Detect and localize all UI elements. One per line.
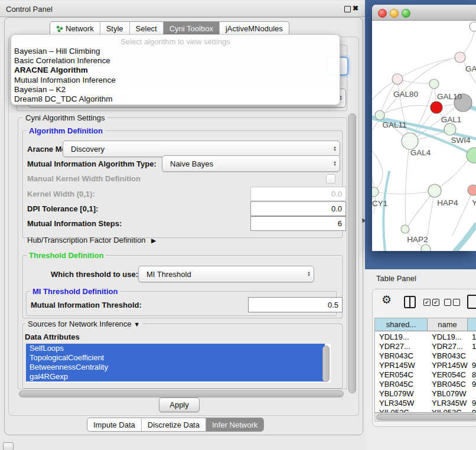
algorithm-option[interactable]: Bayesian – K2	[11, 85, 340, 94]
algorithm-option[interactable]: Mutual Information Inference	[11, 76, 340, 85]
minimized-panel-icon[interactable]	[3, 442, 14, 450]
network-node[interactable]	[455, 52, 465, 63]
table-row[interactable]: YBR043CYBR043C	[375, 351, 476, 361]
network-edge[interactable]	[452, 190, 473, 236]
algorithm-option[interactable]: Basic Correlation Inference	[11, 56, 340, 66]
zoom-traffic-light[interactable]	[402, 9, 410, 18]
apply-button[interactable]: Apply	[159, 397, 200, 412]
attribute-list-item[interactable]: BetweennessCentrality	[26, 363, 325, 372]
attribute-list-item[interactable]: SelfLoops	[26, 344, 325, 353]
table-cell[interactable]: YBL079W	[375, 389, 428, 399]
table-cell[interactable]: YDR27...	[428, 342, 468, 351]
column-header-name[interactable]: name	[428, 318, 468, 331]
network-node[interactable]	[375, 110, 384, 120]
table-row[interactable]: YPR145WYPR145W9.	[375, 361, 476, 370]
tab-impute-data[interactable]: Impute Data	[87, 418, 141, 431]
table-cell[interactable]	[468, 351, 476, 361]
algorithm-option[interactable]: ARACNE Algorithm	[11, 66, 340, 75]
table-cell[interactable]: YLR345W	[375, 399, 428, 408]
table-cell[interactable]: 12	[468, 342, 476, 351]
control-panel-titlebar[interactable]: Control Panel ✖	[0, 1, 366, 17]
table-row[interactable]: YBL079WYBL079W	[375, 389, 476, 399]
table-cell[interactable]: YER054C	[375, 370, 428, 380]
table-hscroll-track[interactable]	[374, 413, 476, 422]
table-row[interactable]: YDL19...YDL19...13	[375, 332, 476, 342]
manual-kernel-checkbox[interactable]	[326, 174, 335, 184]
hub-definition-toggle[interactable]: Hub/Transcription Factor Definition ▶	[27, 236, 156, 244]
table-cell[interactable]: YDL19...	[428, 332, 468, 342]
network-node[interactable]	[428, 184, 441, 197]
table-cell[interactable]: YBR043C	[375, 351, 428, 361]
gear-icon[interactable]: ⚙	[382, 293, 392, 306]
network-node[interactable]	[431, 102, 442, 113]
mi-type-combo[interactable]: Naive Bayes ▲▼	[162, 155, 340, 172]
sources-toggle[interactable]: Sources for Network Inference ▼	[25, 319, 142, 328]
table-row[interactable]: YER054CYER054C8.	[375, 370, 476, 380]
which-threshold-combo[interactable]: MI Threshold ▲▼	[138, 266, 314, 282]
table-cell[interactable]: YDL19...	[375, 332, 428, 342]
network-edge-thick[interactable]	[383, 172, 389, 251]
table-cell[interactable]: 9	[468, 408, 476, 413]
network-node[interactable]	[402, 133, 418, 149]
close-traffic-light[interactable]	[378, 9, 387, 18]
network-node[interactable]	[444, 123, 456, 135]
tab-style[interactable]: Style	[100, 22, 129, 35]
tab-infer-network[interactable]: Infer Network	[206, 418, 263, 431]
network-window-titlebar[interactable]	[372, 5, 476, 21]
network-edge[interactable]	[380, 105, 431, 115]
mi-steps-input[interactable]: 6	[250, 216, 346, 231]
table-row[interactable]: YBR045CYBR045C9.	[375, 380, 476, 389]
table-cell[interactable]: 9.	[468, 380, 476, 389]
document-icon[interactable]	[467, 295, 476, 309]
network-node[interactable]	[468, 185, 476, 195]
aracne-mode-combo[interactable]: Discovery ▲▼	[63, 141, 340, 157]
settings-vertical-scrollbar[interactable]	[348, 113, 356, 393]
table-cell[interactable]: 9.	[468, 361, 476, 370]
network-edge[interactable]	[397, 57, 460, 79]
column-header-shared[interactable]: shared...	[375, 318, 428, 331]
column-header-next[interactable]: A	[468, 318, 476, 331]
attribute-list-item[interactable]: gal4RGexp	[26, 372, 325, 381]
table-cell[interactable]: YDR27...	[375, 342, 428, 351]
data-attributes-listbox[interactable]: SelfLoopsTopologicalCoefficientBetweenne…	[26, 344, 331, 383]
table-cell[interactable]: YLR345W	[428, 399, 468, 408]
tab-select[interactable]: Select	[129, 22, 163, 35]
algorithm-option[interactable]: Dream8 DC_TDC Algorithm	[11, 94, 340, 104]
network-edge[interactable]	[374, 192, 428, 194]
node-table[interactable]: shared... name A YDL19...YDL19...13YDR27…	[374, 318, 476, 413]
network-node[interactable]	[421, 244, 431, 251]
table-cell[interactable]: YPR145W	[428, 361, 468, 370]
table-cell[interactable]: YIL052C	[375, 408, 428, 413]
network-edge[interactable]	[442, 104, 454, 106]
settings-horizontal-scrollbar[interactable]	[19, 390, 344, 397]
network-node[interactable]	[467, 148, 476, 163]
table-cell[interactable]: YBR045C	[428, 380, 468, 389]
float-window-icon[interactable]	[344, 6, 351, 12]
table-cell[interactable]: 8.	[468, 370, 476, 380]
table-cell[interactable]: 9.	[468, 399, 476, 408]
close-icon[interactable]: ✖	[353, 4, 358, 12]
table-cell[interactable]: 13	[468, 332, 476, 342]
attribute-list-item[interactable]: TopologicalCoefficient	[26, 353, 325, 363]
table-cell[interactable]: YER054C	[428, 370, 468, 380]
checked-columns-icon[interactable]: ✓✓	[423, 299, 439, 309]
network-svg[interactable]: GAL80GAL10GAL1GAL11GAL4SWI4GCY1HAP4HAP2G…	[372, 21, 476, 251]
network-node[interactable]	[392, 74, 403, 84]
algorithm-option[interactable]: Bayesian – Hill Climbing	[11, 47, 340, 56]
unchecked-columns-icon[interactable]	[444, 299, 460, 309]
table-hscroll-thumb[interactable]	[376, 414, 476, 420]
columns-icon[interactable]	[404, 296, 416, 308]
mi-threshold-input[interactable]: 0.5	[248, 297, 343, 312]
tab-network[interactable]: Network	[50, 22, 100, 35]
table-row[interactable]: YIL052CYIL052C9	[375, 408, 476, 413]
network-node[interactable]	[429, 79, 439, 89]
network-edge-thick[interactable]	[455, 225, 476, 251]
network-node[interactable]	[470, 22, 476, 31]
table-row[interactable]: YLR345WYLR345W9.	[375, 399, 476, 408]
table-cell[interactable]: YIL052C	[428, 408, 468, 413]
dpi-tolerance-input[interactable]: 0.0	[250, 201, 346, 216]
table-cell[interactable]	[468, 389, 476, 399]
table-cell[interactable]: YBR043C	[428, 351, 468, 361]
table-cell[interactable]: YBL079W	[428, 389, 468, 399]
network-node[interactable]	[372, 187, 379, 197]
